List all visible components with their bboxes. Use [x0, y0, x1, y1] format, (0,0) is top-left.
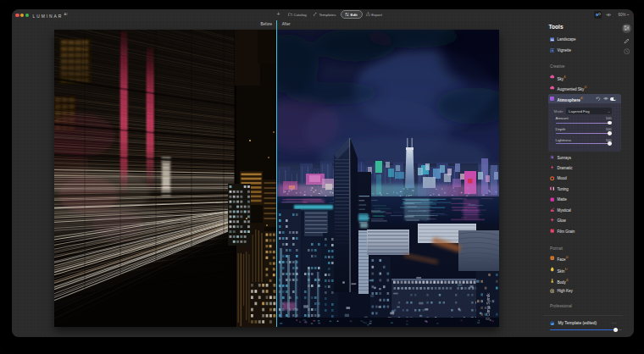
svg-text:© Dima Sytnik: © Dima Sytnik [486, 293, 491, 320]
